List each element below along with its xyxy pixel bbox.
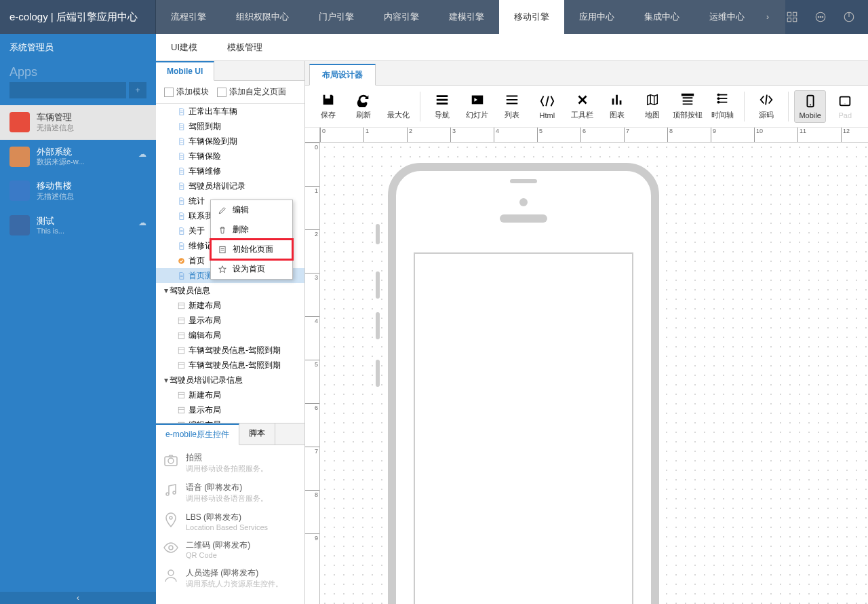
ctx-edit-label: 编辑 (233, 204, 249, 216)
app-icon (9, 181, 30, 201)
svg-point-32 (169, 546, 173, 550)
toolbar-separator (788, 92, 789, 121)
tool-tools[interactable]: 工具栏 (566, 90, 599, 123)
phone-side-button (376, 224, 380, 244)
tree-page[interactable]: 车辆维修 (156, 164, 304, 178)
tree-folder[interactable]: ▾驾驶员信息 (156, 283, 304, 298)
tree-expand-icon[interactable]: ▾ (163, 374, 170, 386)
tool-html[interactable]: Html (531, 91, 564, 122)
sidebar-collapse-button[interactable]: ‹ (0, 592, 156, 604)
music-icon (163, 482, 179, 498)
ctx-edit[interactable]: 编辑 (211, 200, 292, 220)
phone-speaker (500, 214, 547, 223)
palette-item[interactable]: LBS (即将发布)Location Based Services (163, 512, 298, 531)
topnav-item[interactable]: 运维中心 (694, 0, 760, 34)
svg-point-10 (178, 258, 184, 264)
ruler-vertical: 0123456789 (305, 143, 320, 604)
app-list: 车辆管理无描述信息 外部系统数据来源e-w... ☁ 移动售楼无描述信息 测试T… (0, 105, 156, 242)
tree-label: 新建布局 (189, 299, 221, 312)
ctx-init-page[interactable]: 初始化页面 (211, 240, 292, 259)
pin-icon (163, 512, 179, 528)
palette-item[interactable]: 人员选择 (即将发布)调用系统人力资源原生控件。 (163, 567, 298, 589)
palette-item[interactable]: 语音 (即将发布)调用移动设备语音服务。 (163, 482, 298, 504)
tab-script[interactable]: 脚本 (239, 423, 275, 445)
tree-layout[interactable]: 新建布局 (156, 298, 304, 313)
svg-rect-13 (178, 318, 184, 324)
topnav-item[interactable]: 内容引擎 (369, 0, 434, 34)
palette-title: 二维码 (即将发布) (186, 540, 250, 551)
more-icon[interactable] (814, 10, 827, 24)
palette-desc: 调用移动设备语音服务。 (186, 493, 268, 504)
tool-map[interactable]: 地图 (636, 90, 669, 123)
tree-folder[interactable]: ▾驾驶员培训记录信息 (156, 373, 304, 388)
grid-icon[interactable] (785, 10, 799, 24)
topnav-item[interactable]: 流程引擎 (156, 0, 221, 34)
tree-page[interactable]: 驾驶员培训记录 (156, 178, 304, 193)
tool-label: Html (540, 111, 555, 119)
tool-list[interactable]: 列表 (496, 90, 528, 123)
user-label: 系统管理员 (0, 34, 156, 61)
palette-title: 拍照 (186, 452, 268, 464)
tree-page[interactable]: 正常出车车辆 (156, 104, 304, 119)
tree-label: 驾驶员培训记录信息 (170, 374, 243, 386)
phone-screen[interactable] (414, 252, 633, 604)
svg-rect-11 (178, 303, 184, 309)
tree-page[interactable]: 车辆保险 (156, 149, 304, 164)
tool-nav[interactable]: 导航 (426, 90, 458, 123)
subnav-item[interactable]: 模板管理 (212, 34, 277, 61)
palette-desc: Location Based Services (186, 523, 268, 531)
app-item[interactable]: 车辆管理无描述信息 (0, 105, 156, 140)
tree-expand-icon[interactable]: ▾ (163, 284, 170, 297)
ctx-delete[interactable]: 删除 (211, 220, 292, 240)
tree-label: 首页 (189, 254, 205, 267)
topnav-item[interactable]: 移动引擎 (499, 0, 564, 34)
topnav-item[interactable]: 组织权限中心 (221, 0, 304, 34)
palette-item[interactable]: 二维码 (即将发布)QR Code (163, 540, 298, 559)
design-canvas[interactable] (320, 143, 868, 604)
ctx-set-home[interactable]: 设为首页 (211, 259, 292, 279)
tab-mobile-ui[interactable]: Mobile UI (156, 61, 214, 81)
tool-pad: Pad (829, 91, 861, 122)
tool-refresh[interactable]: 刷新 (347, 90, 380, 123)
tree-layout[interactable]: 显示布局 (156, 402, 304, 417)
apps-search-input[interactable] (9, 82, 126, 98)
tool-timeline[interactable]: 时间轴 (706, 90, 738, 123)
app-item[interactable]: 外部系统数据来源e-w... ☁ (0, 140, 156, 174)
svg-point-5 (818, 16, 819, 18)
palette-desc: 调用移动设备拍照服务。 (186, 464, 268, 474)
tool-chart[interactable]: 图表 (601, 90, 633, 123)
topnav-item[interactable]: 建模引擎 (434, 0, 499, 34)
add-module-button[interactable]: 添加模块 (160, 85, 213, 99)
tree-label: 显示布局 (189, 404, 221, 416)
subnav-item[interactable]: UI建模 (156, 34, 212, 61)
tool-mobile[interactable]: Mobile (794, 90, 827, 123)
tool-slide[interactable]: 幻灯片 (461, 90, 494, 123)
apps-add-button[interactable]: + (129, 82, 146, 98)
topnav-item[interactable]: 应用中心 (564, 0, 629, 34)
topnav-item[interactable]: 集成中心 (629, 0, 694, 34)
tree-layout[interactable]: 新建布局 (156, 388, 304, 402)
tab-layout-designer[interactable]: 布局设计器 (309, 64, 376, 86)
tree-layout[interactable]: 编辑布局 (156, 328, 304, 343)
tool-save[interactable]: 保存 (312, 90, 344, 123)
app-title: 外部系统 (37, 147, 84, 157)
topnav-item[interactable]: 门户引擎 (304, 0, 369, 34)
tree-layout[interactable]: 编辑布局 (156, 417, 304, 423)
tool-label: 最大化 (387, 110, 410, 120)
tree-layout[interactable]: 车辆驾驶员信息-驾照到期 (156, 358, 304, 373)
tree-page[interactable]: 车辆保险到期 (156, 134, 304, 149)
tool-topbtn[interactable]: 顶部按钮 (671, 90, 704, 123)
topnav-more-icon[interactable]: › (760, 12, 776, 22)
tree-page[interactable]: 驾照到期 (156, 119, 304, 134)
tree-layout[interactable]: 显示布局 (156, 313, 304, 328)
add-custom-page-button[interactable]: 添加自定义页面 (213, 85, 290, 99)
tool-code[interactable]: 源码 (750, 90, 783, 123)
palette-item[interactable]: 拍照调用移动设备拍照服务。 (163, 452, 298, 474)
phone-slot (510, 179, 537, 183)
tab-native-controls[interactable]: e-mobile原生控件 (156, 423, 239, 445)
tree-layout[interactable]: 车辆驾驶员信息-驾照到期 (156, 343, 304, 358)
tool-max[interactable]: 最大化 (382, 90, 414, 123)
app-item[interactable]: 移动售楼无描述信息 (0, 174, 156, 208)
app-item[interactable]: 测试This is... ☁ (0, 208, 156, 242)
power-icon[interactable] (842, 10, 856, 24)
